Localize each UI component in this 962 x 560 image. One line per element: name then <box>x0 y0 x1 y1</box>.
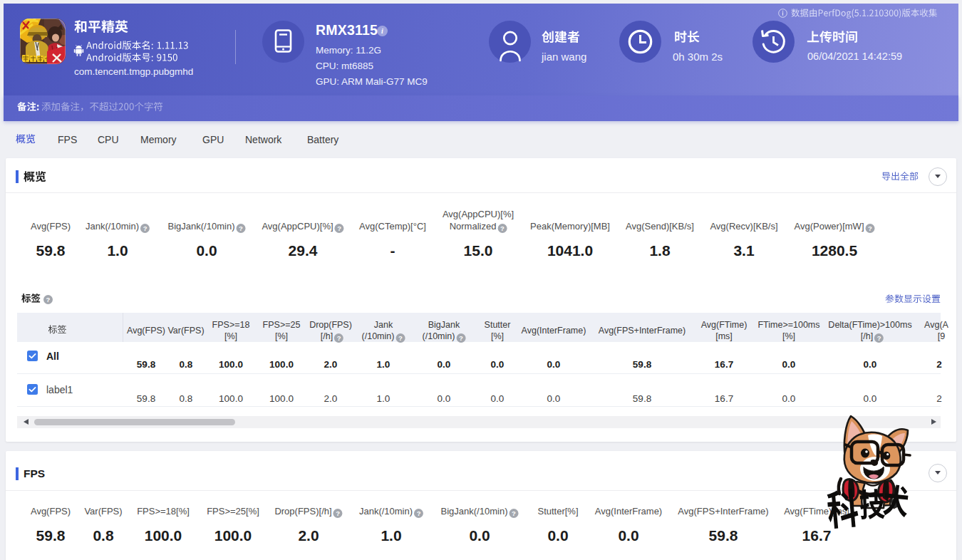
svg-text:i: i <box>381 27 383 35</box>
